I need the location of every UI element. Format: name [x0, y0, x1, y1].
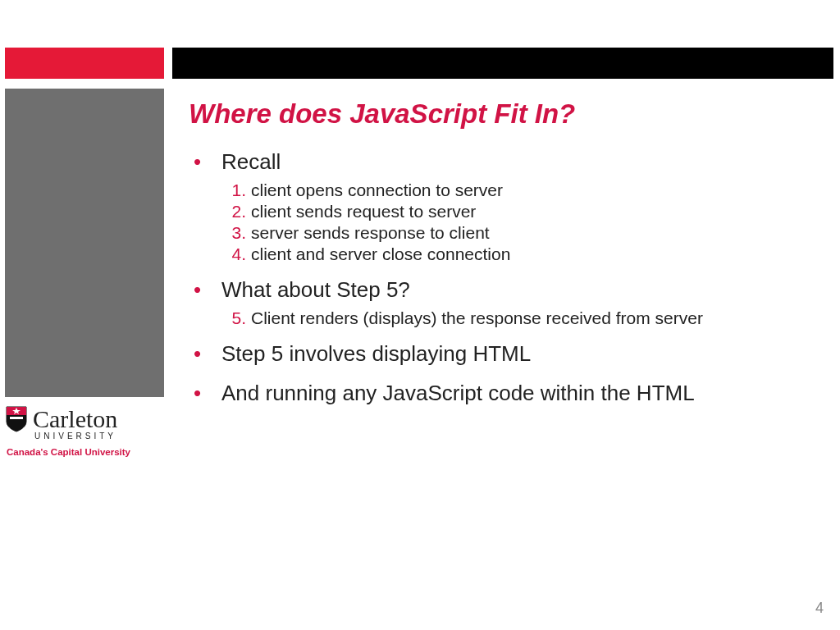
- slide-title: Where does JavaScript Fit In?: [189, 98, 829, 130]
- bullet-display-html: • Step 5 involves displaying HTML: [189, 340, 829, 368]
- step-number: 4.: [189, 244, 251, 264]
- slide-content: Where does JavaScript Fit In? • Recall 1…: [189, 98, 829, 412]
- list-item: 5. Client renders (displays) the respons…: [189, 308, 829, 328]
- step-number: 5.: [189, 308, 251, 328]
- bullet-text: What about Step 5?: [221, 276, 410, 304]
- list-item: 4. client and server close connection: [189, 244, 829, 264]
- bullet-step5-question: • What about Step 5?: [189, 276, 829, 304]
- recall-steps-list: 1. client opens connection to server 2. …: [189, 180, 829, 264]
- bullet-run-js: • And running any JavaScript code within…: [189, 379, 829, 407]
- bullet-dot-icon: •: [189, 148, 221, 176]
- logo-subtitle: UNIVERSITY: [34, 431, 169, 441]
- svg-rect-0: [10, 417, 23, 419]
- list-item: 3. server sends response to client: [189, 223, 829, 243]
- bullet-dot-icon: •: [189, 276, 221, 304]
- logo-tagline: Canada's Capital University: [7, 447, 169, 457]
- step5-list: 5. Client renders (displays) the respons…: [189, 308, 829, 328]
- bullet-text: Recall: [221, 148, 281, 176]
- bullet-dot-icon: •: [189, 340, 221, 368]
- step-text: client sends request to server: [251, 202, 476, 221]
- sidebar-grey-block: [5, 89, 164, 397]
- list-item: 2. client sends request to server: [189, 202, 829, 221]
- list-item: 1. client opens connection to server: [189, 180, 829, 200]
- step-text: server sends response to client: [251, 223, 490, 243]
- header-red-block: [5, 48, 164, 79]
- shield-icon: [5, 405, 28, 433]
- bullet-dot-icon: •: [189, 379, 221, 407]
- step-text: client and server close connection: [251, 244, 510, 264]
- logo-row: Carleton: [5, 405, 169, 433]
- header-black-block: [172, 48, 833, 79]
- page-number: 4: [815, 600, 824, 617]
- step-number: 2.: [189, 202, 251, 221]
- step-text: Client renders (displays) the response r…: [251, 308, 703, 328]
- bullet-recall: • Recall: [189, 148, 829, 176]
- bullet-text: And running any JavaScript code within t…: [221, 379, 695, 407]
- step-number: 1.: [189, 180, 251, 200]
- logo-text-wrap: Carleton: [33, 407, 117, 431]
- bullet-text: Step 5 involves displaying HTML: [221, 340, 531, 368]
- step-number: 3.: [189, 223, 251, 243]
- carleton-logo-block: Carleton UNIVERSITY Canada's Capital Uni…: [5, 405, 169, 457]
- step-text: client opens connection to server: [251, 180, 503, 200]
- logo-name: Carleton: [33, 407, 117, 431]
